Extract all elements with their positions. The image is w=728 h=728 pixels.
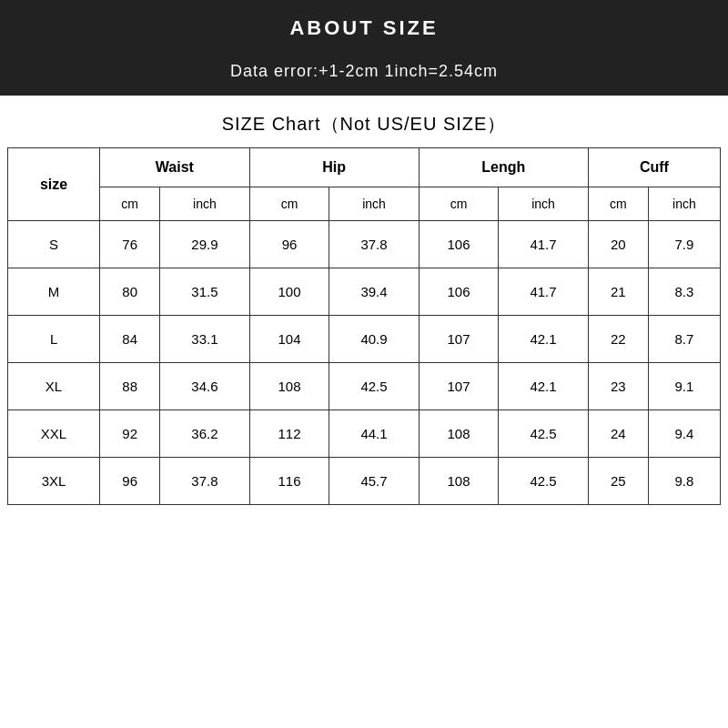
hip-in-cell: 44.1 (329, 410, 419, 458)
len-cm-cell: 107 (419, 316, 499, 363)
hip-cm-label: cm (249, 187, 329, 221)
waist-cm-cell: 80 (100, 268, 160, 316)
waist-cm-cell: 84 (100, 316, 160, 363)
waist-cm-cell: 92 (100, 410, 160, 458)
len-cm-cell: 108 (419, 410, 499, 458)
hip-inch-label: inch (329, 187, 419, 221)
cuff-cm-cell: 20 (588, 221, 648, 268)
len-cm-cell: 108 (419, 458, 499, 505)
waist-in-cell: 34.6 (160, 363, 249, 410)
cuff-in-cell: 9.1 (648, 363, 720, 410)
waist-cm-cell: 96 (100, 458, 160, 505)
group-header-row: size Waist Hip Lengh Cuff (8, 148, 721, 187)
len-cm-cell: 106 (419, 268, 499, 316)
waist-in-cell: 29.9 (160, 221, 249, 268)
size-table: size Waist Hip Lengh Cuff cm inch cm inc… (7, 147, 721, 505)
len-in-cell: 42.1 (499, 316, 588, 363)
cuff-cm-cell: 25 (588, 458, 648, 505)
len-cm-cell: 107 (419, 363, 499, 410)
hip-in-cell: 45.7 (329, 458, 419, 505)
col-hip-header: Hip (249, 148, 419, 187)
cuff-in-cell: 8.3 (648, 268, 720, 316)
size-cell: L (8, 316, 100, 363)
len-cm-cell: 106 (419, 221, 499, 268)
len-in-cell: 42.1 (499, 363, 588, 410)
hip-cm-cell: 112 (249, 410, 329, 458)
len-cm-label: cm (419, 187, 499, 221)
col-waist-header: Waist (100, 148, 250, 187)
waist-cm-label: cm (100, 187, 160, 221)
size-cell: XL (8, 363, 100, 410)
size-cell: XXL (8, 410, 100, 458)
len-in-cell: 41.7 (499, 221, 588, 268)
size-cell: M (8, 268, 100, 316)
page: ABOUT SIZE Data error:+1-2cm 1inch=2.54c… (0, 0, 728, 728)
cuff-in-cell: 7.9 (648, 221, 720, 268)
table-row: 3XL9637.811645.710842.5259.8 (8, 458, 721, 505)
waist-in-cell: 33.1 (160, 316, 249, 363)
len-in-cell: 42.5 (499, 410, 588, 458)
table-wrap: size Waist Hip Lengh Cuff cm inch cm inc… (0, 147, 728, 728)
table-row: S7629.99637.810641.7207.9 (8, 221, 721, 268)
cuff-inch-label: inch (648, 187, 720, 221)
waist-in-cell: 37.8 (160, 458, 249, 505)
waist-cm-cell: 76 (100, 221, 160, 268)
cuff-in-cell: 9.8 (648, 458, 720, 505)
hip-in-cell: 40.9 (329, 316, 419, 363)
waist-cm-cell: 88 (100, 363, 160, 410)
cuff-in-cell: 9.4 (648, 410, 720, 458)
chart-title: SIZE Chart（Not US/EU SIZE） (0, 96, 728, 147)
header-subtitle: Data error:+1-2cm 1inch=2.54cm (0, 53, 728, 96)
hip-in-cell: 42.5 (329, 363, 419, 410)
cuff-in-cell: 8.7 (648, 316, 720, 363)
len-in-cell: 42.5 (499, 458, 588, 505)
waist-in-cell: 36.2 (160, 410, 249, 458)
size-cell: S (8, 221, 100, 268)
waist-in-cell: 31.5 (160, 268, 249, 316)
hip-in-cell: 39.4 (329, 268, 419, 316)
col-cuff-header: Cuff (588, 148, 720, 187)
cuff-cm-cell: 24 (588, 410, 648, 458)
waist-inch-label: inch (160, 187, 249, 221)
cuff-cm-cell: 21 (588, 268, 648, 316)
cuff-cm-cell: 22 (588, 316, 648, 363)
hip-cm-cell: 104 (249, 316, 329, 363)
table-row: M8031.510039.410641.7218.3 (8, 268, 721, 316)
table-row: XXL9236.211244.110842.5249.4 (8, 410, 721, 458)
unit-row: cm inch cm inch cm inch cm inch (8, 187, 721, 221)
table-row: L8433.110440.910742.1228.7 (8, 316, 721, 363)
hip-in-cell: 37.8 (329, 221, 419, 268)
cuff-cm-cell: 23 (588, 363, 648, 410)
header-title: ABOUT SIZE (0, 0, 728, 53)
hip-cm-cell: 108 (249, 363, 329, 410)
col-lengh-header: Lengh (419, 148, 588, 187)
cuff-cm-label: cm (588, 187, 648, 221)
col-size-header: size (8, 148, 100, 221)
hip-cm-cell: 96 (249, 221, 329, 268)
len-inch-label: inch (499, 187, 588, 221)
size-cell: 3XL (8, 458, 100, 505)
len-in-cell: 41.7 (499, 268, 588, 316)
table-row: XL8834.610842.510742.1239.1 (8, 363, 721, 410)
hip-cm-cell: 116 (249, 458, 329, 505)
hip-cm-cell: 100 (249, 268, 329, 316)
